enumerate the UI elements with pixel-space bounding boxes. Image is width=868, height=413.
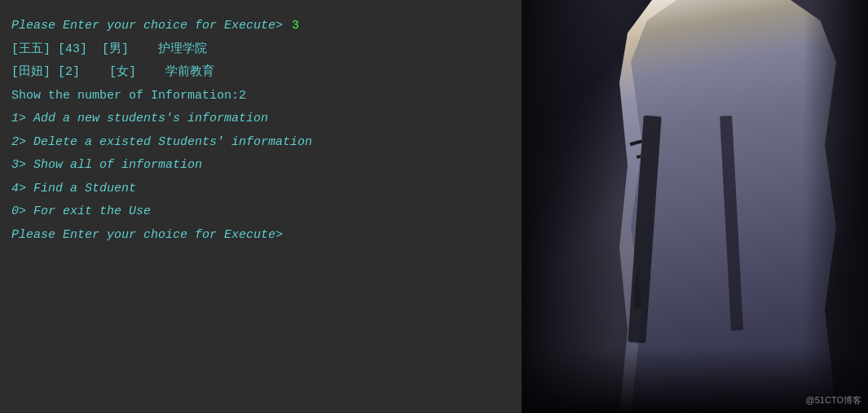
menu-item-1: 1> Add a new students's information (11, 108, 510, 131)
student-tian-line: [田妞] [2] [女] 学前教育 (11, 61, 510, 85)
prompt-label-1: Please Enter your choice for Execute> (11, 15, 290, 38)
terminal-panel: Please Enter your choice for Execute> 3 … (0, 0, 522, 413)
menu-item-4: 4> Find a Stduent (11, 178, 510, 201)
watermark: @51CTO博客 (806, 394, 861, 406)
menu-item-2: 2> Delete a existed Students' informatio… (11, 131, 510, 155)
info-count-line: Show the number of Information:2 (11, 85, 510, 108)
execute-prompt-1: Please Enter your choice for Execute> 3 (11, 15, 510, 38)
menu-item-0: 0> For exit the Use (11, 200, 510, 224)
cursor (284, 224, 292, 248)
prompt-input-1: 3 (292, 15, 299, 38)
background-image (522, 0, 868, 413)
image-panel: @51CTO博客 (522, 0, 868, 413)
student-wang-line: [王五] [43] [男] 护理学院 (11, 38, 510, 62)
execute-prompt-2[interactable]: Please Enter your choice for Execute> (11, 224, 510, 248)
prompt-label-2: Please Enter your choice for Execute> (11, 224, 283, 248)
app-container: Please Enter your choice for Execute> 3 … (0, 0, 868, 413)
menu-item-3: 3> Show all of information (11, 154, 510, 178)
